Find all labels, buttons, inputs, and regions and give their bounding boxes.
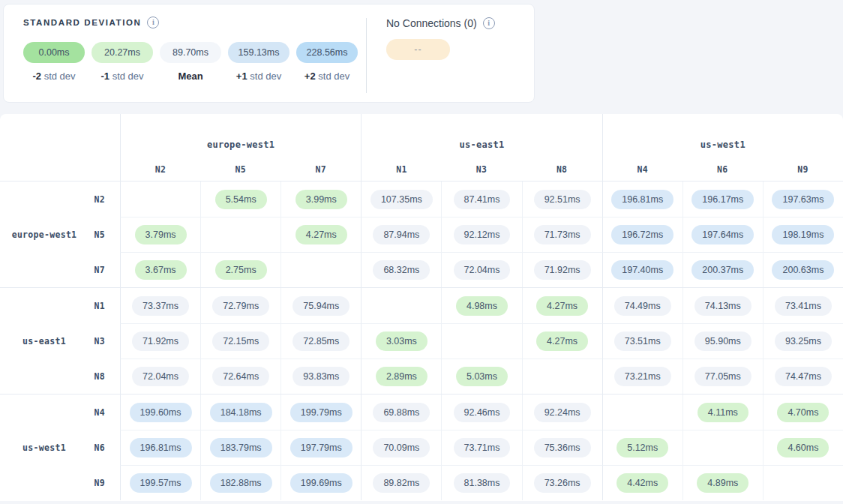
latency-cell-N5-to-col7[interactable]: 196.72ms bbox=[602, 217, 682, 252]
latency-cell-N5-to-col8[interactable]: 197.64ms bbox=[682, 217, 763, 252]
latency-pill[interactable]: 71.73ms bbox=[534, 225, 591, 244]
latency-pill[interactable]: 4.89ms bbox=[697, 473, 748, 493]
latency-pill[interactable]: 89.82ms bbox=[373, 473, 430, 493]
latency-pill[interactable]: 197.64ms bbox=[692, 225, 754, 244]
latency-cell-N5-to-col5[interactable]: 92.12ms bbox=[441, 217, 521, 252]
latency-cell-N2-to-col6[interactable]: 92.51ms bbox=[522, 182, 602, 217]
latency-pill[interactable]: 74.13ms bbox=[694, 296, 752, 316]
latency-cell-N2-to-col9[interactable]: 197.63ms bbox=[763, 182, 843, 217]
latency-pill[interactable]: 92.51ms bbox=[534, 190, 591, 209]
latency-pill[interactable]: 196.81ms bbox=[611, 190, 674, 209]
latency-cell-N2-to-col5[interactable]: 87.41ms bbox=[441, 182, 521, 217]
latency-pill[interactable]: 93.83ms bbox=[292, 367, 350, 386]
latency-cell-N4-to-col2[interactable]: 184.18ms bbox=[200, 394, 280, 430]
latency-cell-N3-to-col6[interactable]: 4.27ms bbox=[522, 323, 602, 358]
latency-pill[interactable]: 68.32ms bbox=[373, 260, 430, 280]
latency-pill[interactable]: 200.63ms bbox=[772, 260, 834, 280]
latency-pill[interactable]: 2.89ms bbox=[376, 367, 428, 386]
latency-cell-N8-to-col9[interactable]: 74.47ms bbox=[763, 358, 843, 394]
latency-pill[interactable]: 4.27ms bbox=[536, 296, 588, 316]
latency-pill[interactable]: 81.38ms bbox=[454, 473, 511, 493]
latency-pill[interactable]: 199.79ms bbox=[290, 403, 352, 422]
latency-pill[interactable]: 184.18ms bbox=[210, 403, 272, 422]
latency-cell-N9-to-col6[interactable]: 73.26ms bbox=[522, 465, 602, 500]
latency-pill[interactable]: 5.12ms bbox=[616, 438, 668, 458]
latency-pill[interactable]: 72.85ms bbox=[292, 332, 350, 351]
latency-pill[interactable]: 197.79ms bbox=[290, 438, 352, 458]
latency-pill[interactable]: 72.64ms bbox=[212, 367, 269, 386]
latency-pill[interactable]: 70.09ms bbox=[373, 438, 430, 458]
latency-cell-N9-to-col1[interactable]: 199.57ms bbox=[120, 465, 200, 500]
latency-cell-N5-to-col4[interactable]: 87.94ms bbox=[361, 217, 441, 252]
latency-cell-N2-to-col7[interactable]: 196.81ms bbox=[602, 182, 682, 217]
latency-pill[interactable]: 5.03ms bbox=[456, 367, 508, 386]
latency-pill[interactable]: 4.27ms bbox=[296, 225, 347, 244]
latency-cell-N9-to-col7[interactable]: 4.42ms bbox=[602, 465, 682, 500]
latency-cell-N1-to-col1[interactable]: 73.37ms bbox=[120, 288, 200, 323]
latency-cell-N1-to-col9[interactable]: 73.41ms bbox=[763, 288, 843, 323]
latency-pill[interactable]: 183.79ms bbox=[210, 438, 272, 458]
latency-cell-N8-to-col3[interactable]: 93.83ms bbox=[280, 358, 361, 394]
latency-pill[interactable]: 72.04ms bbox=[454, 260, 511, 280]
latency-pill[interactable]: 73.26ms bbox=[534, 473, 591, 493]
latency-pill[interactable]: 93.25ms bbox=[775, 332, 832, 351]
latency-pill[interactable]: 71.92ms bbox=[534, 260, 591, 280]
latency-pill[interactable]: 198.19ms bbox=[772, 225, 834, 244]
latency-pill[interactable]: 75.36ms bbox=[534, 438, 591, 458]
latency-cell-N4-to-col8[interactable]: 4.11ms bbox=[682, 394, 763, 430]
latency-pill[interactable]: 71.92ms bbox=[132, 332, 189, 351]
latency-pill[interactable]: 199.57ms bbox=[130, 473, 192, 493]
latency-cell-N6-to-col2[interactable]: 183.79ms bbox=[200, 430, 280, 465]
latency-cell-N2-to-col2[interactable]: 5.54ms bbox=[200, 182, 280, 217]
latency-cell-N5-to-col9[interactable]: 198.19ms bbox=[763, 217, 843, 252]
latency-cell-N8-to-col2[interactable]: 72.64ms bbox=[200, 358, 280, 394]
latency-cell-N7-to-col4[interactable]: 68.32ms bbox=[361, 252, 441, 287]
latency-pill[interactable]: 197.40ms bbox=[611, 260, 674, 280]
latency-pill[interactable]: 3.03ms bbox=[376, 332, 428, 351]
latency-pill[interactable]: 4.70ms bbox=[777, 403, 829, 422]
latency-pill[interactable]: 197.63ms bbox=[772, 190, 834, 209]
latency-cell-N1-to-col6[interactable]: 4.27ms bbox=[522, 288, 602, 323]
latency-cell-N7-to-col6[interactable]: 71.92ms bbox=[522, 252, 602, 287]
latency-cell-N7-to-col8[interactable]: 200.37ms bbox=[682, 252, 763, 287]
latency-pill[interactable]: 199.69ms bbox=[290, 473, 352, 493]
latency-cell-N8-to-col1[interactable]: 72.04ms bbox=[120, 358, 200, 394]
latency-pill[interactable]: 73.41ms bbox=[775, 296, 832, 316]
latency-cell-N4-to-col6[interactable]: 92.24ms bbox=[522, 394, 602, 430]
latency-cell-N8-to-col7[interactable]: 73.21ms bbox=[602, 358, 682, 394]
latency-cell-N9-to-col3[interactable]: 199.69ms bbox=[280, 465, 361, 500]
latency-pill[interactable]: 73.21ms bbox=[614, 367, 671, 386]
latency-cell-N6-to-col1[interactable]: 196.81ms bbox=[120, 430, 200, 465]
latency-pill[interactable]: 87.41ms bbox=[454, 190, 511, 209]
latency-cell-N3-to-col7[interactable]: 73.51ms bbox=[602, 323, 682, 358]
latency-pill[interactable]: 3.67ms bbox=[135, 260, 187, 280]
latency-cell-N3-to-col9[interactable]: 93.25ms bbox=[763, 323, 843, 358]
latency-cell-N7-to-col7[interactable]: 197.40ms bbox=[602, 252, 682, 287]
latency-cell-N4-to-col4[interactable]: 69.88ms bbox=[361, 394, 441, 430]
latency-cell-N6-to-col6[interactable]: 75.36ms bbox=[522, 430, 602, 465]
latency-pill[interactable]: 72.79ms bbox=[212, 296, 269, 316]
latency-cell-N3-to-col2[interactable]: 72.15ms bbox=[200, 323, 280, 358]
latency-cell-N1-to-col2[interactable]: 72.79ms bbox=[200, 288, 280, 323]
latency-pill[interactable]: 4.60ms bbox=[777, 438, 829, 458]
latency-cell-N3-to-col4[interactable]: 3.03ms bbox=[361, 323, 441, 358]
latency-cell-N6-to-col5[interactable]: 73.71ms bbox=[441, 430, 521, 465]
latency-cell-N7-to-col1[interactable]: 3.67ms bbox=[120, 252, 200, 287]
latency-pill[interactable]: 75.94ms bbox=[292, 296, 350, 316]
latency-cell-N8-to-col8[interactable]: 77.05ms bbox=[682, 358, 763, 394]
latency-pill[interactable]: 69.88ms bbox=[373, 403, 430, 422]
latency-pill[interactable]: 107.35ms bbox=[370, 190, 433, 209]
latency-pill[interactable]: 196.17ms bbox=[692, 190, 754, 209]
latency-pill[interactable]: 74.49ms bbox=[614, 296, 671, 316]
latency-pill[interactable]: 4.98ms bbox=[456, 296, 508, 316]
latency-pill[interactable]: 87.94ms bbox=[373, 225, 430, 244]
latency-cell-N1-to-col5[interactable]: 4.98ms bbox=[441, 288, 521, 323]
latency-pill[interactable]: 95.90ms bbox=[694, 332, 752, 351]
latency-cell-N4-to-col3[interactable]: 199.79ms bbox=[280, 394, 361, 430]
latency-pill[interactable]: 4.42ms bbox=[616, 473, 668, 493]
latency-cell-N1-to-col7[interactable]: 74.49ms bbox=[602, 288, 682, 323]
latency-pill[interactable]: 92.46ms bbox=[454, 403, 511, 422]
latency-pill[interactable]: 3.99ms bbox=[296, 190, 347, 209]
latency-cell-N4-to-col5[interactable]: 92.46ms bbox=[441, 394, 521, 430]
latency-cell-N2-to-col3[interactable]: 3.99ms bbox=[280, 182, 361, 217]
